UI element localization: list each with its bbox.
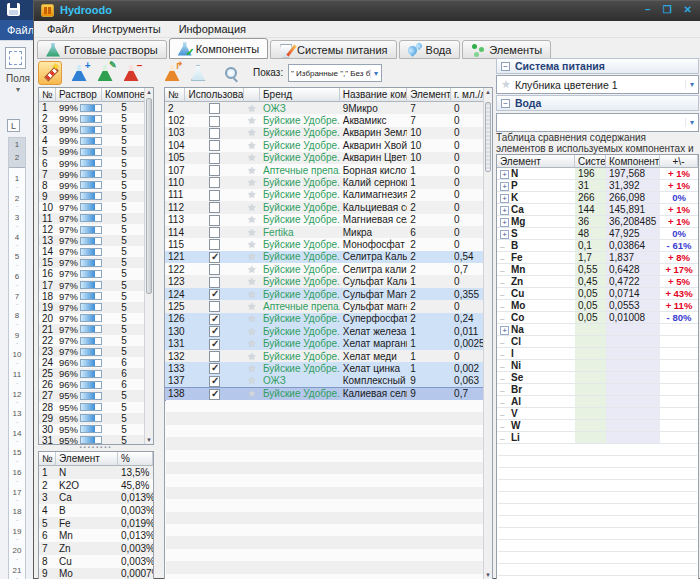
- composition-row[interactable]: 2 K2O 45,8%: [39, 479, 153, 492]
- solution-row[interactable]: 27 95% 5: [39, 390, 146, 401]
- tree-expander-icon[interactable]: [500, 362, 511, 371]
- solution-row[interactable]: 15 97% 5: [39, 257, 146, 268]
- use-checkbox[interactable]: [209, 215, 220, 226]
- element-row[interactable]: Fe 1,7 1,837 + 8%: [497, 252, 698, 264]
- remove-component-button[interactable]: −: [119, 61, 143, 85]
- favorite-star-icon[interactable]: ★: [244, 139, 260, 151]
- menu-item[interactable]: Инструменты: [85, 22, 168, 36]
- component-row[interactable]: 137 ★ ОЖЗ Комплексный 9 9 0,063: [165, 375, 492, 387]
- water-group-header[interactable]: − Вода: [496, 95, 699, 111]
- col-header-number[interactable]: №: [165, 88, 185, 102]
- composition-row[interactable]: 3 Ca 0,013%: [39, 491, 153, 504]
- use-checkbox[interactable]: [209, 277, 220, 288]
- element-row[interactable]: W: [497, 420, 698, 432]
- menu-item[interactable]: Файл: [40, 22, 81, 36]
- component-row[interactable]: 112 ★ Буйские Удобре... Кальциевая сели.…: [165, 201, 492, 213]
- component-row[interactable]: 122 ★ Буйские Удобре... Селитра калиевая…: [165, 263, 492, 275]
- use-checkbox[interactable]: [209, 326, 220, 337]
- composition-row[interactable]: 4 B 0,003%: [39, 504, 153, 517]
- tree-expander-icon[interactable]: [500, 350, 511, 359]
- solution-row[interactable]: 22 97% 5: [39, 335, 146, 346]
- col-header-solution[interactable]: Раствор: [56, 88, 102, 102]
- solution-row[interactable]: 26 96% 6: [39, 379, 146, 390]
- favorite-star-icon[interactable]: ★: [244, 325, 260, 337]
- favorite-star-icon[interactable]: ★: [244, 189, 260, 201]
- tab[interactable]: Компоненты: [169, 38, 268, 59]
- element-row[interactable]: P 31 31,392 + 1%: [497, 180, 698, 192]
- use-checkbox[interactable]: [209, 351, 220, 362]
- solution-row[interactable]: 25 96% 6: [39, 368, 146, 379]
- tree-expander-icon[interactable]: [500, 302, 511, 311]
- col-header-elements[interactable]: Элементы: [407, 88, 451, 102]
- margins-button-label[interactable]: Поля: [2, 73, 34, 84]
- element-row[interactable]: N 196 197,568 + 1%: [497, 168, 698, 180]
- col-header-element[interactable]: Элемент: [56, 452, 118, 466]
- search-button[interactable]: [219, 61, 243, 85]
- titlebar[interactable]: Hydroodo – ❐ ✕: [34, 1, 700, 21]
- element-row[interactable]: K 266 266,098 0%: [497, 192, 698, 204]
- col-header-percent[interactable]: %: [118, 452, 153, 466]
- element-row[interactable]: Zn 0,45 0,4722 + 5%: [497, 276, 698, 288]
- favorite-star-icon[interactable]: ★: [244, 102, 260, 114]
- element-row[interactable]: Br: [497, 384, 698, 396]
- magic-wand-button[interactable]: [38, 61, 62, 85]
- tree-expander-icon[interactable]: [500, 326, 509, 335]
- solution-row[interactable]: 29 95% 5: [39, 413, 146, 424]
- tree-expander-icon[interactable]: [500, 182, 509, 191]
- solution-row[interactable]: 17 97% 5: [39, 280, 146, 291]
- use-checkbox[interactable]: [209, 289, 220, 300]
- solution-row[interactable]: 7 99% 5: [39, 169, 146, 180]
- use-checkbox[interactable]: [209, 389, 220, 400]
- nutrition-system-combo[interactable]: ★ Клубника цветение 1 ▾: [496, 75, 699, 94]
- favorite-star-icon[interactable]: ★: [244, 300, 260, 312]
- element-row[interactable]: Li: [497, 432, 698, 444]
- element-row[interactable]: Cu 0,05 0,0714 + 43%: [497, 288, 698, 300]
- element-row[interactable]: Al: [497, 396, 698, 408]
- favorite-star-icon[interactable]: ★: [244, 275, 260, 287]
- favorite-star-icon[interactable]: ★: [244, 176, 260, 188]
- col-header-components[interactable]: Компоненты: [606, 155, 660, 168]
- nutrition-system-group-header[interactable]: − Система питания: [496, 58, 699, 74]
- use-checkbox[interactable]: [209, 190, 220, 201]
- menu-item[interactable]: Информация: [172, 22, 253, 36]
- component-row[interactable]: 121 ★ Буйские Удобре... Селитра Кальцие.…: [165, 251, 492, 263]
- favorite-star-icon[interactable]: ★: [244, 226, 260, 238]
- element-row[interactable]: Na: [497, 324, 698, 336]
- solution-row[interactable]: 9 99% 5: [39, 191, 146, 202]
- element-row[interactable]: B 0,1 0,03864 - 61%: [497, 240, 698, 252]
- component-row[interactable]: 124 ★ Буйские Удобре... Сульфат Магния 2…: [165, 288, 492, 300]
- solution-row[interactable]: 30 95% 5: [39, 424, 146, 435]
- component-row[interactable]: 113 ★ Буйские Удобре... Магниевая селитр…: [165, 214, 492, 226]
- component-row[interactable]: 132 ★ Буйские Удобре... Хелат меди 1 0: [165, 350, 492, 362]
- solution-row[interactable]: 20 97% 5: [39, 313, 146, 324]
- tree-expander-icon[interactable]: [500, 386, 511, 395]
- solution-row[interactable]: 28 95% 5: [39, 402, 146, 413]
- composition-row[interactable]: 8 Cu 0,003%: [39, 555, 153, 568]
- composition-row[interactable]: 9 Mo 0,0007%: [39, 568, 153, 579]
- component-row[interactable]: 105 ★ Буйские Удобре... Акварин Цветоч..…: [165, 152, 492, 164]
- component-row[interactable]: 115 ★ Буйские Удобре... Монофосфат Калия…: [165, 238, 492, 250]
- favorite-star-icon[interactable]: ★: [244, 201, 260, 213]
- composition-row[interactable]: 6 Mn 0,013%: [39, 529, 153, 542]
- composition-row[interactable]: 7 Zn 0,003%: [39, 542, 153, 555]
- chevron-down-icon[interactable]: ▾: [685, 118, 698, 127]
- col-header-name[interactable]: Название компон...: [340, 88, 407, 102]
- tree-expander-icon[interactable]: [500, 398, 511, 407]
- use-checkbox[interactable]: [209, 314, 220, 325]
- use-checkbox[interactable]: [209, 363, 220, 374]
- use-checkbox[interactable]: [209, 165, 220, 176]
- tree-expander-icon[interactable]: [500, 206, 509, 215]
- element-row[interactable]: Co 0,05 0,01008 - 80%: [497, 312, 698, 324]
- use-checkbox[interactable]: [209, 239, 220, 250]
- chevron-down-icon[interactable]: ▾: [685, 80, 698, 89]
- component-row[interactable]: 102 ★ Буйские Удобре... Аквамикс 7 0: [165, 114, 492, 126]
- favorite-star-icon[interactable]: ★: [244, 350, 260, 362]
- use-checkbox[interactable]: [209, 264, 220, 275]
- tree-expander-icon[interactable]: [500, 266, 511, 275]
- component-row[interactable]: 114 ★ Fertika Микра 6 0: [165, 226, 492, 238]
- tree-expander-icon[interactable]: [500, 422, 511, 431]
- use-checkbox[interactable]: [209, 301, 220, 312]
- save-icon[interactable]: [7, 3, 20, 16]
- show-filter-combo[interactable]: " Избранные "," Без бренда ",( ▾: [288, 64, 382, 82]
- favorite-star-icon[interactable]: ★: [244, 164, 260, 176]
